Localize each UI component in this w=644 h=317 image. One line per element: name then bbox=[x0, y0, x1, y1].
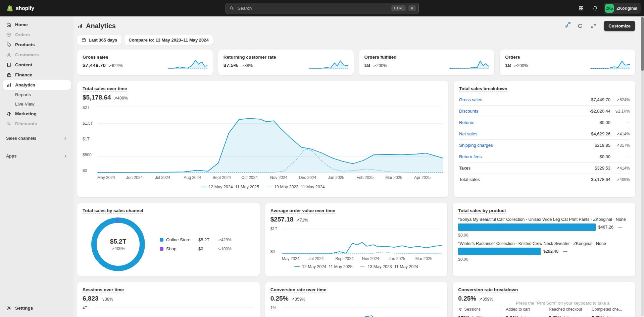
sidebar-section-apps[interactable]: Apps bbox=[3, 151, 71, 161]
sparkline-chart bbox=[590, 57, 630, 69]
breakdown-delta: ↗414% bbox=[610, 166, 630, 171]
marketing-icon bbox=[6, 111, 12, 117]
chart-legend: 12 May 2024–11 May 2025 13 May 2023–11 M… bbox=[83, 185, 443, 189]
product-label: "Sonya My Beautiful Cat" Collection - Un… bbox=[458, 217, 630, 222]
x-tick: Jul 2024 bbox=[155, 175, 184, 180]
breakdown-label[interactable]: Gross sales bbox=[459, 97, 482, 102]
sidebar-section-sales-channels[interactable]: Sales channels bbox=[3, 134, 71, 143]
date-range-chip[interactable]: Last 365 days bbox=[77, 35, 121, 45]
sidebar-item-reports[interactable]: Reports bbox=[3, 90, 71, 99]
scrollbar-thumb[interactable] bbox=[641, 17, 644, 71]
product-value: $282.48 bbox=[543, 249, 558, 254]
user-name: ZKoriginal bbox=[616, 6, 637, 11]
notifications-button[interactable] bbox=[590, 3, 600, 14]
x-tick: Jun 2024 bbox=[126, 175, 155, 180]
shopify-logo[interactable]: shopify bbox=[0, 4, 77, 12]
y-tick: 4T bbox=[83, 306, 94, 310]
metric-label: Gross sales bbox=[83, 55, 108, 60]
channel-label: Shop bbox=[166, 246, 198, 251]
metric-card-gross-sales[interactable]: Gross sales $7,449.70↗624% bbox=[77, 50, 213, 75]
total-sales-over-time-card: Total sales over time $5,178.64 ↗409% $2… bbox=[77, 81, 448, 197]
sidebar-item-content[interactable]: Content bbox=[3, 60, 71, 70]
calendar-icon bbox=[81, 38, 86, 43]
refresh-icon bbox=[577, 23, 583, 29]
y-tick: $500 bbox=[83, 152, 97, 157]
chart-legend: 12 May 2024–11 May 2025 13 May 2023–11 M… bbox=[270, 264, 442, 269]
step-label: Reached checkout bbox=[549, 307, 582, 312]
sidebar-item-products[interactable]: Products bbox=[3, 40, 71, 50]
metric-value: 37.5% bbox=[224, 62, 238, 68]
page-header: Analytics Customize bbox=[77, 19, 635, 33]
sidebar-item-settings[interactable]: Settings bbox=[3, 303, 71, 313]
sidebar-item-marketing[interactable]: Marketing bbox=[3, 109, 71, 119]
breakdown-row: Taxes $329.53↗414% bbox=[459, 163, 630, 174]
search-input[interactable] bbox=[237, 5, 389, 11]
conversion-funnel-steps: Sessions 100%6,823 Added to cart 0.84%57… bbox=[458, 307, 630, 317]
sparkline-chart bbox=[168, 57, 207, 69]
y-tick: $2T bbox=[83, 105, 97, 110]
sidebar-item-orders[interactable]: Orders bbox=[3, 30, 71, 40]
conversion-rate-card: Conversion rate over time 0.25% ↗359% 1% bbox=[265, 282, 448, 317]
funnel-step-sessions: Sessions 100%6,823 bbox=[458, 307, 501, 317]
breakdown-value: $7,449.70 bbox=[591, 97, 610, 102]
apps-grid-button[interactable] bbox=[576, 3, 586, 14]
sessions-line-chart bbox=[94, 306, 254, 317]
breakdown-delta: ↗414% bbox=[610, 132, 630, 136]
customize-button[interactable]: Customize bbox=[604, 21, 635, 31]
compare-chip[interactable]: Compare to: 13 May 2023–11 May 2024 bbox=[125, 35, 212, 45]
user-menu[interactable]: ZKo ZKoriginal bbox=[604, 3, 641, 14]
page-title: Analytics bbox=[86, 22, 116, 30]
sales-by-product-card: Total sales by product "Sonya My Beautif… bbox=[453, 203, 635, 276]
card-title: Conversion rate over time bbox=[270, 287, 327, 293]
metric-card-orders-fulfilled[interactable]: Orders fulfilled 18↗200% bbox=[359, 50, 495, 75]
sidebar-item-discounts[interactable]: Discounts bbox=[3, 119, 71, 129]
conversion-breakdown-value: 0.25% bbox=[458, 295, 476, 302]
compare-toggle-button[interactable] bbox=[561, 20, 572, 31]
x-axis: May 2024 Jul 2024 Sept 2024 Nov 2024 Jan… bbox=[282, 256, 442, 261]
metric-card-orders[interactable]: Orders 18↗200% bbox=[500, 50, 635, 75]
breakdown-label[interactable]: Discounts bbox=[459, 109, 478, 114]
x-tick: Oct 2024 bbox=[241, 175, 270, 180]
product-row: "Sonya My Beautiful Cat" Collection - Un… bbox=[458, 217, 630, 238]
x-tick: Sept 2024 bbox=[212, 175, 241, 180]
sidebar-item-home[interactable]: Home bbox=[3, 20, 71, 29]
online-store-swatch bbox=[160, 238, 163, 242]
card-title: Total sales by sales channel bbox=[83, 208, 143, 214]
global-search[interactable]: CTRL K bbox=[226, 3, 419, 14]
product-compare-dash: — bbox=[618, 225, 623, 230]
fullscreen-button[interactable] bbox=[588, 20, 599, 31]
breakdown-row: Discounts -$2,820.44↘2.1K% bbox=[459, 106, 630, 117]
y-axis: 1% bbox=[270, 306, 282, 317]
sidebar-item-finance[interactable]: Finance bbox=[3, 70, 71, 80]
step-count: 56 bbox=[564, 315, 568, 317]
sidebar-item-live-view[interactable]: Live View bbox=[3, 100, 71, 109]
apps-grid-icon bbox=[578, 5, 584, 11]
breakdown-row: Returns $0.00— bbox=[459, 117, 630, 128]
refresh-button[interactable] bbox=[574, 20, 586, 31]
compare-label: Compare to: 13 May 2023–11 May 2024 bbox=[129, 38, 208, 43]
sidebar-item-analytics[interactable]: Analytics bbox=[3, 80, 71, 90]
breakdown-label[interactable]: Net sales bbox=[459, 131, 477, 136]
breakdown-label[interactable]: Shipping charges bbox=[459, 143, 493, 148]
chevron-right-icon bbox=[63, 154, 68, 158]
channel-label: Online Store bbox=[166, 237, 198, 242]
aov-line-chart bbox=[282, 227, 442, 255]
metric-label: Orders fulfilled bbox=[364, 55, 397, 60]
legend-label: 13 May 2023–11 May 2024 bbox=[274, 185, 325, 189]
product-label: "Winter's Radiance" Collection - Knitted… bbox=[458, 241, 630, 246]
sales-by-channel-card: Total sales by sales channel $5.2T ↗409%… bbox=[77, 203, 260, 276]
brand-wordmark: shopify bbox=[16, 5, 34, 11]
x-tick: Feb 2025 bbox=[356, 175, 385, 180]
breakdown-label[interactable]: Return fees bbox=[459, 154, 482, 159]
breakdown-value: $219.85 bbox=[595, 143, 610, 148]
conversion-breakdown-delta: ↗359% bbox=[479, 297, 493, 302]
breakdown-label[interactable]: Returns bbox=[459, 120, 475, 125]
bar-chart-icon bbox=[77, 23, 83, 29]
metric-card-returning-customer-rate[interactable]: Returning customer rate 37.5%↗88% bbox=[218, 50, 354, 75]
sidebar-item-customers[interactable]: Customers bbox=[3, 50, 71, 60]
metric-value: $7,449.70 bbox=[83, 62, 106, 68]
y-tick: $0 bbox=[270, 249, 282, 254]
step-pct: 0.25% bbox=[592, 315, 604, 317]
aov-delta: ↗71% bbox=[296, 217, 308, 223]
section-label: Sales channels bbox=[6, 136, 36, 141]
